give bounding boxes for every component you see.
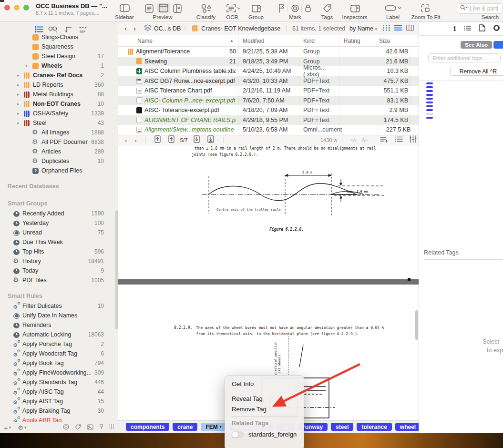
smart-group-item[interactable]: Top Hits 596 — [0, 247, 118, 256]
lock-icon[interactable] — [304, 4, 312, 13]
sidebar-item[interactable]: Squareness — [0, 42, 118, 51]
smart-group-item[interactable]: Recently Added 1590 — [0, 209, 118, 218]
tag-pill[interactable]: FEM ▾ — [201, 423, 226, 431]
label-icon[interactable] — [385, 5, 402, 11]
first-page-icon[interactable] — [154, 135, 161, 145]
smart-group-item[interactable]: Unread 75 — [0, 228, 118, 237]
location-pin-icon[interactable] — [99, 423, 103, 432]
group-button-label[interactable]: Group — [248, 14, 264, 20]
sidebar-button-label[interactable]: Sidebar — [115, 14, 134, 20]
disclosure-triangle-icon[interactable] — [16, 92, 24, 97]
tags-tab-icon[interactable] — [493, 24, 500, 33]
tag-pill[interactable] — [426, 102, 433, 103]
file-row[interactable]: Alignment/Skew...mptons.ooutline 5/10/23… — [118, 125, 419, 135]
file-row[interactable]: Skewing 21 9/18/25, 3:49 PM Group 21.6 M… — [118, 57, 419, 67]
smart-rule-item[interactable]: Reminders — [0, 320, 118, 330]
file-row[interactable]: AISC- Column P...nce- excerpt.pdf 7/6/20… — [118, 96, 419, 106]
pane-resize-handle[interactable] — [109, 423, 114, 432]
tag-pill[interactable] — [426, 86, 433, 88]
file-row[interactable]: AISC Tolerance Chart.pdf 2/12/16, 11:19 … — [118, 86, 419, 96]
smart-rule-item[interactable]: Apply Braking Tag 30 — [0, 406, 118, 416]
next-page-icon[interactable] — [194, 135, 200, 145]
menu-item-get-info[interactable]: Get Info — [225, 378, 304, 389]
smart-group-item[interactable]: Yesterday 100 — [0, 218, 118, 228]
smart-group-item[interactable]: History 18491 — [0, 256, 118, 266]
tags-button-label[interactable]: Tags — [321, 14, 333, 20]
tag-pill[interactable]: tolerance — [357, 423, 391, 431]
toggle-switch-off[interactable] — [232, 431, 244, 438]
see-also-button[interactable]: See Also — [461, 41, 492, 49]
smart-group-item[interactable]: Due This Week — [0, 237, 118, 247]
menu-item-remove-tag[interactable]: Remove Tag — [225, 404, 304, 414]
sidebar-item[interactable]: Wheels 1 — [0, 61, 118, 71]
last-page-icon[interactable] — [207, 135, 215, 145]
smart-rule-item[interactable]: Filter Dulicates 10 — [0, 301, 118, 311]
breadcrumb-folder[interactable]: Cranes- EOT Knowledgebase — [201, 25, 280, 32]
info-tab-icon[interactable]: i — [453, 25, 456, 32]
smart-rule-item[interactable]: Apply AISC Tag 44 — [0, 387, 118, 397]
tag-pill[interactable] — [426, 113, 433, 115]
file-row[interactable]: AISC- Tolerance-excerpt.pdf 4/18/20, 7:0… — [118, 105, 419, 115]
pdf-forward-icon[interactable]: › — [131, 137, 140, 144]
close-button[interactable] — [4, 5, 10, 10]
sidebar-item[interactable]: Cranes- Ref Docs 2 — [0, 71, 118, 80]
smart-rule-item[interactable]: Unify Date In Names — [0, 311, 118, 320]
column-header-kind[interactable]: Kind — [299, 35, 340, 47]
preview-button-label[interactable]: Preview — [153, 14, 173, 20]
flag-icon[interactable] — [278, 4, 285, 13]
pdf-scrollbar[interactable] — [415, 310, 418, 340]
sidebar-item[interactable]: OSHA/Safety 1339 — [0, 109, 118, 118]
smart-rule-item[interactable]: Apply Book Tag 794 — [0, 358, 118, 368]
disclosure-triangle-icon[interactable] — [16, 102, 24, 106]
sidebar-item[interactable]: Non-EOT Cranes 10 — [0, 99, 118, 109]
disclosure-triangle-icon[interactable] — [16, 111, 24, 116]
increase-font-icon[interactable]: A> — [361, 137, 367, 143]
smart-rule-item[interactable]: Apply AIST Tag 15 — [0, 397, 118, 406]
menu-related-tag-row[interactable]: stardards_foreign — [225, 431, 304, 438]
ocr-icon[interactable] — [226, 4, 240, 13]
tag-pill[interactable]: steel — [331, 423, 353, 431]
tag-pill[interactable] — [426, 82, 433, 84]
inspectors-button-label[interactable]: Inspectors — [342, 14, 367, 20]
smart-group-item[interactable]: PDF files 1005 — [0, 275, 118, 285]
menu-item-reveal-tag[interactable]: Reveal Tag — [225, 393, 304, 404]
disclosure-triangle-icon[interactable] — [16, 73, 24, 78]
zoom-button[interactable] — [23, 5, 29, 10]
target-filter-icon[interactable] — [63, 423, 69, 432]
smart-rule-item[interactable]: Automatic Locking 18063 — [0, 330, 118, 339]
minimize-button[interactable] — [14, 5, 20, 10]
tag-filter-icon[interactable] — [75, 423, 81, 432]
view-preview-icon[interactable] — [157, 3, 170, 13]
column-view-icon[interactable] — [406, 25, 414, 32]
classify-button-label[interactable]: Classify — [196, 14, 216, 20]
tag-pill[interactable] — [426, 90, 433, 92]
tag-pill[interactable]: components — [126, 423, 169, 431]
zoom-to-fit-icon[interactable] — [421, 4, 431, 13]
tag-pill[interactable] — [426, 94, 433, 96]
add-item-button[interactable]: +▾ — [4, 424, 11, 432]
tags-icon[interactable] — [323, 4, 332, 13]
target-icon[interactable] — [291, 4, 299, 13]
sidebar-toggle-icon[interactable] — [120, 4, 130, 12]
sidebar-item[interactable]: All PDF Documents 6838 — [0, 137, 118, 147]
smart-group-item[interactable]: Today 9 — [0, 266, 118, 275]
smart-rule-item[interactable]: Apply FineWoodworking... 309 — [0, 368, 118, 377]
icon-view-icon[interactable] — [383, 25, 390, 32]
file-row[interactable]: Alignment/Tolerance 50 9/21/25, 5:38 AM … — [118, 47, 419, 57]
search-input[interactable]: Live & parti — [457, 3, 503, 14]
classify-icon[interactable] — [201, 4, 212, 13]
zoom-width-indicator[interactable]: 1430 w — [320, 137, 337, 143]
sidebar-item[interactable]: Metal Buildings 88 — [0, 90, 118, 99]
action-gear-button[interactable]: ⚙▾ — [18, 424, 26, 431]
file-row[interactable]: AISC DG7 Runw...nce-excerpt.pdf 4/3/20, … — [118, 76, 419, 86]
column-header-rating[interactable]: Rating — [340, 35, 375, 47]
sidebar-scrollbar[interactable] — [115, 210, 118, 329]
label-button-label[interactable]: Label — [386, 14, 400, 20]
sidebar-item[interactable]: Steel Design 17 — [0, 51, 118, 61]
classify-segment-button[interactable] — [493, 41, 503, 49]
sidebar-item[interactable]: All Images 1888 — [0, 128, 118, 137]
remove-all-button[interactable]: Remove All ^R — [450, 67, 503, 76]
tag-pill[interactable]: wheel — [395, 423, 419, 431]
back-button[interactable]: ‹ — [121, 24, 130, 32]
inspectors-icon[interactable] — [350, 4, 360, 13]
